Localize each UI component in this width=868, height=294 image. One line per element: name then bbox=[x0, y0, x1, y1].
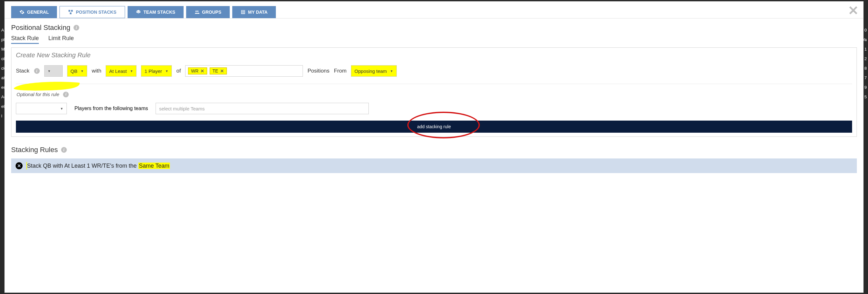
position-chip-wr: WR ✕ bbox=[188, 67, 207, 74]
info-icon[interactable]: i bbox=[61, 147, 67, 153]
chevron-down-icon: ▼ bbox=[165, 69, 168, 73]
stacking-rule-item: Stack QB with At Least 1 WR/TE's from th… bbox=[11, 159, 857, 173]
stacking-modal: ✕ GENERAL POSITION STACKS TEAM STACKS GR… bbox=[4, 1, 864, 293]
chip-remove-icon[interactable]: ✕ bbox=[200, 68, 204, 73]
positions-label: Positions bbox=[307, 68, 329, 74]
chevron-down-icon: ▼ bbox=[390, 69, 393, 73]
sub-tabs: Stack Rule Limit Rule bbox=[11, 35, 857, 44]
positions-select[interactable]: WR ✕ TE ✕ bbox=[185, 65, 303, 77]
optional-highlight-annotation bbox=[13, 79, 83, 92]
tab-position-stacks-label: POSITION STACKS bbox=[76, 9, 116, 14]
builder-row-1: Stack i ▼ QB ▼ with At Least ▼ 1 Player … bbox=[16, 65, 852, 77]
sub-tab-stack-rule[interactable]: Stack Rule bbox=[11, 35, 39, 44]
optional-label: Optional for this rule bbox=[16, 91, 60, 98]
at-least-label: At Least bbox=[109, 68, 127, 74]
at-least-dropdown[interactable]: At Least ▼ bbox=[106, 65, 136, 77]
close-icon bbox=[18, 164, 21, 167]
qb-label: QB bbox=[71, 68, 78, 74]
svg-point-4 bbox=[197, 10, 198, 12]
position-chip-te: TE ✕ bbox=[210, 67, 227, 74]
tab-my-data-label: MY DATA bbox=[248, 9, 268, 14]
svg-point-3 bbox=[195, 10, 197, 12]
svg-rect-0 bbox=[69, 10, 70, 11]
info-icon[interactable]: i bbox=[34, 68, 40, 74]
teams-multiselect[interactable]: select multiple Teams bbox=[156, 103, 369, 114]
layers-icon bbox=[136, 9, 141, 14]
section-title: Positional Stacking i bbox=[11, 24, 857, 32]
stack-label: Stack bbox=[16, 68, 30, 74]
divider bbox=[16, 84, 852, 84]
tab-position-stacks[interactable]: POSITION STACKS bbox=[60, 6, 125, 18]
stack-empty-dropdown[interactable]: ▼ bbox=[44, 65, 63, 77]
add-stacking-rule-button[interactable]: add stacking rule bbox=[16, 121, 852, 133]
sub-tab-limit-rule[interactable]: Limit Rule bbox=[49, 35, 74, 44]
teams-placeholder: select multiple Teams bbox=[159, 106, 205, 111]
chevron-down-icon: ▼ bbox=[81, 69, 84, 73]
section-title-text: Positional Stacking bbox=[11, 24, 70, 32]
rules-title-text: Stacking Rules bbox=[11, 146, 58, 154]
users-icon bbox=[194, 9, 199, 14]
modal-content: Positional Stacking i Stack Rule Limit R… bbox=[5, 19, 863, 178]
main-tabs: GENERAL POSITION STACKS TEAM STACKS GROU… bbox=[5, 2, 863, 19]
rule-builder-panel: Create New Stacking Rule Stack i ▼ QB ▼ … bbox=[11, 47, 857, 137]
qb-dropdown[interactable]: QB ▼ bbox=[67, 65, 88, 77]
chip-remove-icon[interactable]: ✕ bbox=[220, 68, 224, 73]
chip-label: WR bbox=[191, 68, 198, 73]
chevron-down-icon: ▼ bbox=[60, 107, 63, 110]
of-label: of bbox=[176, 68, 181, 74]
rule-prefix: Stack QB with At Least 1 WR/TE's from th… bbox=[27, 163, 138, 169]
tab-my-data[interactable]: MY DATA bbox=[232, 6, 276, 18]
tab-general[interactable]: GENERAL bbox=[11, 6, 57, 18]
info-icon[interactable]: i bbox=[63, 92, 69, 97]
tab-team-stacks-label: TEAM STACKS bbox=[144, 9, 175, 14]
player-count-label: 1 Player bbox=[145, 68, 162, 74]
gear-icon bbox=[20, 9, 25, 14]
optional-empty-dropdown[interactable]: ▼ bbox=[16, 103, 67, 114]
with-label: with bbox=[92, 68, 101, 74]
optional-row: ▼ Players from the following teams selec… bbox=[16, 103, 852, 114]
rule-highlighted: Same Team bbox=[138, 163, 170, 169]
svg-rect-2 bbox=[70, 12, 71, 14]
from-label: From bbox=[334, 68, 346, 74]
from-team-dropdown[interactable]: Opposing team ▼ bbox=[351, 65, 397, 77]
rule-text: Stack QB with At Least 1 WR/TE's from th… bbox=[26, 163, 170, 169]
panel-title: Create New Stacking Rule bbox=[16, 52, 852, 59]
tab-team-stacks[interactable]: TEAM STACKS bbox=[128, 6, 184, 18]
info-icon[interactable]: i bbox=[73, 25, 79, 31]
tab-groups[interactable]: GROUPS bbox=[186, 6, 230, 18]
svg-rect-1 bbox=[71, 10, 73, 11]
chevron-down-icon: ▼ bbox=[130, 69, 133, 73]
add-rule-label: add stacking rule bbox=[417, 124, 451, 129]
stacking-rules-title: Stacking Rules i bbox=[11, 146, 857, 154]
from-team-label: Opposing team bbox=[354, 68, 387, 74]
chip-label: TE bbox=[213, 68, 218, 73]
players-from-label: Players from the following teams bbox=[74, 106, 148, 111]
chevron-down-icon: ▼ bbox=[48, 69, 51, 73]
tab-general-label: GENERAL bbox=[27, 9, 49, 14]
tab-groups-label: GROUPS bbox=[202, 9, 221, 14]
remove-rule-button[interactable] bbox=[16, 162, 23, 169]
player-count-dropdown[interactable]: 1 Player ▼ bbox=[141, 65, 172, 77]
position-stacks-icon bbox=[68, 9, 73, 14]
table-icon bbox=[241, 9, 246, 14]
